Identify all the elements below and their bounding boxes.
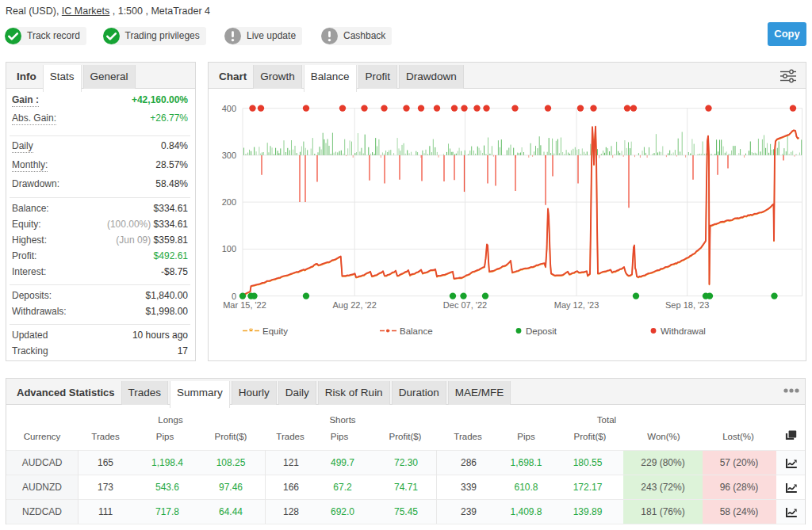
svg-text:May 12, '23: May 12, '23 [554, 300, 599, 310]
svg-text:Deposit: Deposit [526, 326, 557, 336]
svg-text:0: 0 [232, 292, 236, 301]
svg-text:Sep 18, '23: Sep 18, '23 [665, 300, 709, 310]
svg-text:100: 100 [222, 244, 236, 254]
svg-text:200: 200 [222, 197, 236, 207]
svg-text:Dec 07, '22: Dec 07, '22 [443, 300, 487, 310]
svg-text:Balance: Balance [400, 326, 433, 336]
svg-text:Mar 15, '22: Mar 15, '22 [223, 300, 266, 310]
svg-text:300: 300 [222, 151, 236, 160]
svg-text:Aug 22, '22: Aug 22, '22 [333, 300, 377, 310]
svg-text:Withdrawal: Withdrawal [661, 326, 706, 336]
svg-text:Equity: Equity [262, 326, 288, 336]
svg-text:400: 400 [222, 104, 236, 113]
